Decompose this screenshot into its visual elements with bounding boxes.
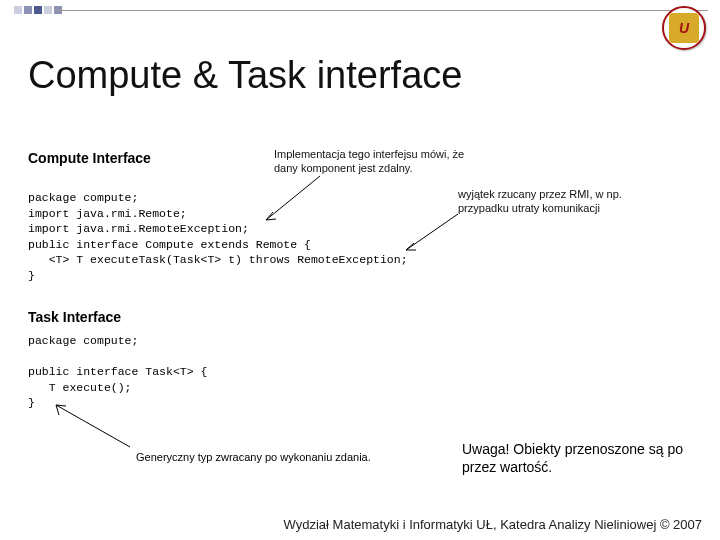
- university-logo: U: [662, 6, 706, 50]
- caution-note: Uwaga! Obiekty przenoszone są po przez w…: [462, 441, 692, 476]
- annotation-implementation: Implementacja tego interfejsu mówi, że d…: [274, 148, 474, 176]
- divider: [55, 10, 708, 11]
- annotation-generic-type: Generyczny typ zwracany po wykonaniu zda…: [136, 451, 396, 463]
- slide-footer: Wydział Matematyki i Informatyki UŁ, Kat…: [284, 517, 702, 532]
- svg-line-2: [56, 405, 130, 447]
- slide-top-border: [0, 0, 720, 14]
- slide-title: Compute & Task interface: [28, 54, 462, 97]
- logo-letter: U: [669, 13, 699, 43]
- task-interface-heading: Task Interface: [28, 309, 692, 325]
- slide-body: Compute Interface Implementacja tego int…: [28, 150, 692, 494]
- task-code-block: package compute; public interface Task<T…: [28, 333, 692, 411]
- annotation-exception: wyjątek rzucany przez RMI, w np. przypad…: [458, 188, 668, 216]
